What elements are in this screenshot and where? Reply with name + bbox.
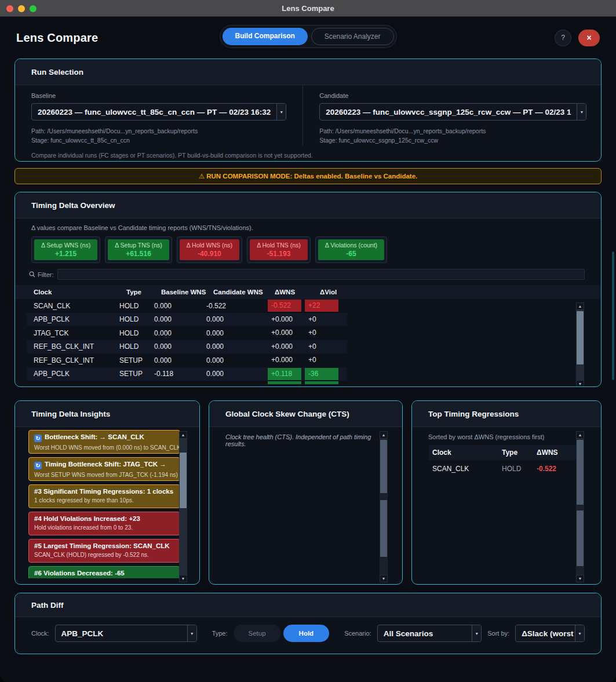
insights-scrollbar[interactable]: ▲ ▼ bbox=[179, 431, 187, 582]
table-row[interactable]: SCAN_CLK HOLD 0.000 -0.522 -0.522 +22 bbox=[27, 299, 347, 313]
chevron-down-icon: ▼ bbox=[575, 625, 584, 641]
type-label: Type: bbox=[212, 630, 228, 637]
scrollbar-thumb[interactable] bbox=[577, 440, 584, 505]
scrollbar-track[interactable] bbox=[576, 310, 584, 380]
scrollbar-track[interactable] bbox=[576, 439, 584, 575]
table-row[interactable]: JTAG_TCK HOLD 0.000 0.000 +0.000 +0 bbox=[27, 326, 347, 340]
regressions-scrollbar[interactable]: ▲ ▼ bbox=[576, 431, 584, 582]
candidate-stage: Stage: func_ulowvcc_ssgnp_125c_rcw_ccw bbox=[319, 136, 586, 145]
insight-card[interactable]: #3 Significant Timing Regressions: 1 clo… bbox=[28, 484, 180, 508]
scroll-up-icon[interactable]: ▲ bbox=[380, 431, 388, 439]
sort-select[interactable]: ΔSlack (worst ▼ bbox=[515, 625, 585, 642]
chip-label: Δ Setup WNS (ns) bbox=[41, 242, 90, 249]
scenario-select[interactable]: All Scenarios ▼ bbox=[377, 625, 482, 642]
filter-input[interactable] bbox=[57, 269, 585, 280]
cts-title: Global Clock Skew Change (CTS) bbox=[225, 410, 386, 418]
scrollbar-thumb[interactable] bbox=[180, 453, 187, 508]
run-selection-header: Run Selection bbox=[15, 59, 601, 85]
hold-toggle[interactable]: Hold bbox=[283, 625, 330, 642]
scenario-label: Scenario: bbox=[344, 630, 371, 637]
baseline-path: Path: /Users/muneeshsethi/Docu...yn_repo… bbox=[31, 126, 286, 136]
scrollbar-track[interactable] bbox=[380, 439, 388, 575]
tab-build-comparison[interactable]: Build Comparison bbox=[222, 28, 307, 45]
page-scrollbar-thumb[interactable] bbox=[612, 251, 614, 380]
scrollbar-thumb[interactable] bbox=[380, 500, 387, 557]
regressions-header: Top Timing Regressions bbox=[412, 401, 601, 427]
regressions-subtitle: Sorted by worst ΔWNS (regressions first) bbox=[428, 433, 585, 440]
chip-setup-wns: Δ Setup WNS (ns) +1.215 bbox=[31, 236, 100, 263]
scrollbar-track[interactable] bbox=[179, 439, 187, 575]
scrollbar-thumb[interactable] bbox=[577, 510, 584, 566]
scroll-down-icon[interactable]: ▼ bbox=[576, 380, 584, 387]
help-button[interactable]: ? bbox=[555, 30, 571, 46]
overview-title: Timing Delta Overview bbox=[31, 201, 585, 210]
clock-table-header: Clock Type Baseline WNS Candidate WNS ΔW… bbox=[15, 285, 601, 299]
refresh-icon: ↻ bbox=[34, 435, 42, 442]
path-diff-title: Path Diff bbox=[31, 601, 585, 610]
regressions-table: Clock Type ΔWNS SCAN_CLK HOLD -0.522 bbox=[429, 445, 576, 473]
insight-cards: ↻Bottleneck Shift: → SCAN_CLK Worst HOLD… bbox=[15, 427, 199, 578]
tab-scenario-analyzer[interactable]: Scenario Analyzer bbox=[311, 28, 394, 45]
filter-label: Filter: bbox=[29, 271, 54, 278]
table-row[interactable]: APB_PCLK HOLD 0.000 0.000 +0.000 +0 bbox=[27, 313, 347, 327]
scroll-down-icon[interactable]: ▼ bbox=[380, 575, 388, 582]
setup-toggle[interactable]: Setup bbox=[234, 625, 281, 642]
table-row[interactable]: JTAG_TCK SETUP -1.194 0.000 +1.194 -22 bbox=[27, 381, 347, 384]
baseline-select[interactable]: 20260223 — func_ulowvcc_tt_85c_cn_ccn — … bbox=[31, 103, 286, 121]
page-title: Lens Compare bbox=[16, 31, 98, 45]
scrollbar-thumb[interactable] bbox=[380, 440, 387, 493]
scroll-up-icon[interactable]: ▲ bbox=[576, 302, 584, 310]
insight-card[interactable]: #5 Largest Timing Regression: SCAN_CLK S… bbox=[28, 539, 180, 563]
insights-title: Timing Delta Insights bbox=[31, 410, 183, 418]
window-title: Lens Compare bbox=[282, 4, 334, 13]
table-scrollbar[interactable]: ▲ ▼ bbox=[576, 302, 584, 387]
close-button[interactable]: × bbox=[578, 30, 600, 46]
baseline-select-value: 20260223 — func_ulowvcc_tt_85c_cn_ccn — … bbox=[32, 108, 276, 116]
path-diff-header: Path Diff bbox=[15, 593, 601, 617]
window-minimize-icon[interactable] bbox=[18, 5, 25, 12]
run-selection-note: Compare individual runs (FC stages or PT… bbox=[15, 145, 601, 162]
candidate-meta: Path: /Users/muneeshsethi/Docu...yn_repo… bbox=[319, 126, 586, 145]
run-selection-panel: Run Selection Baseline 20260223 — func_u… bbox=[14, 59, 602, 162]
chip-setup-tns: Δ Setup TNS (ns) +61.516 bbox=[105, 236, 172, 263]
regressions-table-header: Clock Type ΔWNS bbox=[429, 445, 576, 460]
table-row[interactable]: REF_BG_CLK_INT SETUP 0.000 0.000 +0.000 … bbox=[27, 353, 347, 367]
scroll-up-icon[interactable]: ▲ bbox=[179, 431, 187, 439]
insight-card[interactable]: #6 Violations Decreased: -65 bbox=[28, 566, 180, 578]
chip-hold-wns: Δ Hold WNS (ns) -40.910 bbox=[177, 236, 242, 263]
cts-scrollbar[interactable]: ▲ ▼ bbox=[380, 431, 388, 582]
app-window: Lens Compare Lens Compare Build Comparis… bbox=[0, 0, 616, 682]
window-zoom-icon[interactable] bbox=[30, 5, 37, 12]
window-close-icon[interactable] bbox=[6, 5, 13, 12]
overview-subtitle: Δ values compare Baseline vs Candidate t… bbox=[31, 224, 585, 231]
scroll-down-icon[interactable]: ▼ bbox=[576, 575, 584, 582]
insight-card[interactable]: ↻Bottleneck Shift: → SCAN_CLK Worst HOLD… bbox=[28, 430, 180, 454]
clock-select[interactable]: APB_PCLK ▼ bbox=[55, 625, 197, 642]
baseline-meta: Path: /Users/muneeshsethi/Docu...yn_repo… bbox=[31, 126, 286, 145]
table-row[interactable]: APB_PCLK SETUP -0.118 0.000 +0.118 -36 bbox=[27, 367, 347, 381]
clock-table-body: SCAN_CLK HOLD 0.000 -0.522 -0.522 +22 AP… bbox=[27, 299, 347, 384]
baseline-column: Baseline 20260223 — func_ulowvcc_tt_85c_… bbox=[15, 85, 302, 145]
chip-value: -40.910 bbox=[187, 250, 232, 258]
candidate-select[interactable]: 20260223 — func_ulowvcc_ssgnp_125c_rcw_c… bbox=[319, 103, 586, 121]
chip-hold-tns: Δ Hold TNS (ns) -51.193 bbox=[247, 236, 311, 263]
timing-delta-insights-panel: Timing Delta Insights ↻Bottleneck Shift:… bbox=[14, 400, 200, 585]
scroll-down-icon[interactable]: ▼ bbox=[179, 575, 187, 582]
chip-label: Δ Setup TNS (ns) bbox=[115, 242, 162, 249]
candidate-path: Path: /Users/muneeshsethi/Docu...yn_repo… bbox=[319, 126, 586, 136]
clock-label: Clock: bbox=[31, 630, 49, 637]
insight-card[interactable]: ↻Timing Bottleneck Shift: JTAG_TCK → Wor… bbox=[28, 457, 180, 481]
scroll-up-icon[interactable]: ▲ bbox=[576, 431, 584, 439]
chip-value: +61.516 bbox=[115, 250, 162, 258]
table-row[interactable]: REF_BG_CLK_INT HOLD 0.000 0.000 +0.000 +… bbox=[27, 340, 347, 354]
table-row[interactable]: SCAN_CLK HOLD -0.522 bbox=[429, 460, 576, 473]
chip-label: Δ Violations (count) bbox=[325, 242, 377, 249]
scrollbar-thumb[interactable] bbox=[577, 311, 584, 364]
sort-label: Sort by: bbox=[487, 630, 509, 637]
top-regressions-panel: Top Timing Regressions Sorted by worst Δ… bbox=[411, 400, 602, 585]
baseline-label: Baseline bbox=[31, 92, 286, 99]
titlebar: Lens Compare bbox=[0, 0, 616, 17]
chip-value: +1.215 bbox=[41, 250, 90, 258]
search-icon bbox=[29, 271, 35, 278]
insight-card[interactable]: #4 Hold Violations Increased: +23 Hold v… bbox=[28, 512, 180, 535]
